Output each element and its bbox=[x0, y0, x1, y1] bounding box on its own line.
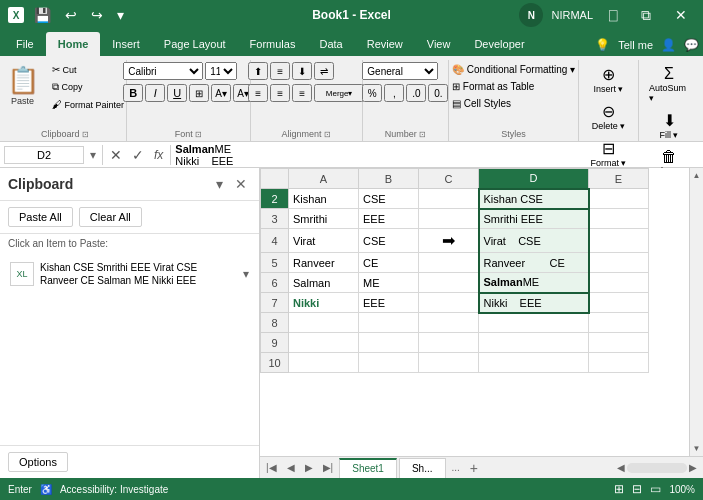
save-btn[interactable]: 💾 bbox=[30, 5, 55, 25]
copy-button[interactable]: ⧉ Copy bbox=[47, 79, 130, 95]
cell-a4[interactable]: Virat bbox=[289, 229, 359, 253]
function-btn[interactable]: fx bbox=[151, 148, 166, 162]
undo-btn[interactable]: ↩ bbox=[61, 5, 81, 25]
normal-view-btn[interactable]: ⊞ bbox=[614, 482, 624, 496]
clipboard-options-btn[interactable]: Options bbox=[8, 452, 68, 472]
cell-c9[interactable] bbox=[419, 333, 479, 353]
clipboard-label[interactable]: Clipboard ⊡ bbox=[41, 127, 89, 141]
underline-button[interactable]: U bbox=[167, 84, 187, 102]
format-cells-button[interactable]: ⊟ Format ▾ bbox=[584, 136, 634, 171]
cell-b2[interactable]: CSE bbox=[359, 189, 419, 209]
cell-b3[interactable]: EEE bbox=[359, 209, 419, 229]
tab-page-layout[interactable]: Page Layout bbox=[152, 32, 238, 56]
cell-c6[interactable] bbox=[419, 273, 479, 293]
cell-b9[interactable] bbox=[359, 333, 419, 353]
conditional-formatting-button[interactable]: 🎨 Conditional Formatting ▾ bbox=[447, 62, 580, 77]
cell-d3[interactable]: Smrithi EEE bbox=[479, 209, 589, 229]
alignment-label[interactable]: Alignment ⊡ bbox=[282, 127, 331, 141]
share-icon[interactable]: 👤 bbox=[661, 38, 676, 52]
decrease-decimal-button[interactable]: 0. bbox=[428, 84, 448, 102]
autosum-button[interactable]: Σ AutoSum ▾ bbox=[644, 62, 694, 106]
cell-c2[interactable] bbox=[419, 189, 479, 209]
cell-e4[interactable] bbox=[589, 229, 649, 253]
clipboard-close-btn[interactable]: ✕ bbox=[231, 174, 251, 194]
sheet-nav-last[interactable]: ▶| bbox=[319, 460, 338, 475]
cell-e10[interactable] bbox=[589, 353, 649, 373]
sheet-nav-next[interactable]: ▶ bbox=[301, 460, 317, 475]
alignment-launcher-icon[interactable]: ⊡ bbox=[324, 130, 331, 139]
comma-button[interactable]: , bbox=[384, 84, 404, 102]
cell-e2[interactable] bbox=[589, 189, 649, 209]
cell-e9[interactable] bbox=[589, 333, 649, 353]
cell-a5[interactable]: Ranveer bbox=[289, 253, 359, 273]
tab-review[interactable]: Review bbox=[355, 32, 415, 56]
cell-d8[interactable] bbox=[479, 313, 589, 333]
row-header-9[interactable]: 9 bbox=[261, 333, 289, 353]
cell-e8[interactable] bbox=[589, 313, 649, 333]
sheet-tab-more[interactable]: ... bbox=[448, 460, 464, 475]
align-left-button[interactable]: ≡ bbox=[248, 84, 268, 102]
cell-a7[interactable]: Nikki bbox=[289, 293, 359, 313]
row-header-3[interactable]: 3 bbox=[261, 209, 289, 229]
align-top-button[interactable]: ⬆ bbox=[248, 62, 268, 80]
h-scroll-right[interactable]: ▶ bbox=[689, 462, 697, 473]
clear-all-button[interactable]: Clear All bbox=[79, 207, 142, 227]
cell-b10[interactable] bbox=[359, 353, 419, 373]
cell-e3[interactable] bbox=[589, 209, 649, 229]
cell-b4[interactable]: CSE bbox=[359, 229, 419, 253]
format-painter-button[interactable]: 🖌 Format Painter bbox=[47, 97, 130, 112]
sheet-nav-prev[interactable]: ◀ bbox=[283, 460, 299, 475]
scroll-up-btn[interactable]: ▲ bbox=[690, 168, 703, 183]
cell-b7[interactable]: EEE bbox=[359, 293, 419, 313]
number-format-select[interactable]: General bbox=[362, 62, 438, 80]
clipboard-item-dropdown[interactable]: ▾ bbox=[243, 267, 249, 281]
cell-styles-button[interactable]: ▤ Cell Styles bbox=[447, 96, 516, 111]
align-middle-button[interactable]: ≡ bbox=[270, 62, 290, 80]
scroll-track[interactable] bbox=[690, 183, 703, 441]
cut-button[interactable]: ✂ Cut bbox=[47, 62, 130, 77]
vertical-scrollbar[interactable]: ▲ ▼ bbox=[689, 168, 703, 456]
row-header-4[interactable]: 4 bbox=[261, 229, 289, 253]
page-break-view-btn[interactable]: ▭ bbox=[650, 482, 661, 496]
close-btn[interactable]: ✕ bbox=[667, 5, 695, 25]
cell-d7[interactable]: Nikki EEE bbox=[479, 293, 589, 313]
border-button[interactable]: ⊞ bbox=[189, 84, 209, 102]
cell-a6[interactable]: Salman bbox=[289, 273, 359, 293]
add-sheet-btn[interactable]: + bbox=[466, 458, 482, 478]
format-as-table-button[interactable]: ⊞ Format as Table bbox=[447, 79, 540, 94]
tab-insert[interactable]: Insert bbox=[100, 32, 152, 56]
cancel-formula-btn[interactable]: ✕ bbox=[107, 147, 125, 163]
row-header-2[interactable]: 2 bbox=[261, 189, 289, 209]
align-bottom-button[interactable]: ⬇ bbox=[292, 62, 312, 80]
font-family-select[interactable]: Calibri bbox=[123, 62, 203, 80]
tell-me[interactable]: Tell me bbox=[618, 39, 653, 51]
col-header-c[interactable]: C bbox=[419, 169, 479, 189]
insert-cells-button[interactable]: ⊕ Insert ▾ bbox=[584, 62, 634, 97]
cell-e5[interactable] bbox=[589, 253, 649, 273]
confirm-formula-btn[interactable]: ✓ bbox=[129, 147, 147, 163]
minimize-btn[interactable]: ⎕ bbox=[601, 5, 625, 25]
cell-b8[interactable] bbox=[359, 313, 419, 333]
row-header-5[interactable]: 5 bbox=[261, 253, 289, 273]
delete-cells-button[interactable]: ⊖ Delete ▾ bbox=[584, 99, 634, 134]
h-scroll-track[interactable] bbox=[627, 463, 687, 473]
align-right-button[interactable]: ≡ bbox=[292, 84, 312, 102]
cell-e6[interactable] bbox=[589, 273, 649, 293]
sheet-tab-sheet1[interactable]: Sheet1 bbox=[339, 458, 397, 478]
cell-d2[interactable]: Kishan CSE bbox=[479, 189, 589, 209]
number-launcher-icon[interactable]: ⊡ bbox=[419, 130, 426, 139]
merge-center-button[interactable]: Merge▾ bbox=[314, 84, 364, 102]
sheet-nav-first[interactable]: |◀ bbox=[262, 460, 281, 475]
font-size-select[interactable]: 11 bbox=[205, 62, 237, 80]
row-header-6[interactable]: 6 bbox=[261, 273, 289, 293]
sheet-table[interactable]: A B C D E 2 Kishan CSE bbox=[260, 168, 689, 456]
tab-data[interactable]: Data bbox=[307, 32, 354, 56]
cell-d9[interactable] bbox=[479, 333, 589, 353]
increase-decimal-button[interactable]: .0 bbox=[406, 84, 426, 102]
cell-d10[interactable] bbox=[479, 353, 589, 373]
paste-button[interactable]: 📋 Paste bbox=[1, 62, 45, 109]
align-center-button[interactable]: ≡ bbox=[270, 84, 290, 102]
h-scroll-left[interactable]: ◀ bbox=[617, 462, 625, 473]
redo-btn[interactable]: ↪ bbox=[87, 5, 107, 25]
cell-d6[interactable]: SalmanME bbox=[479, 273, 589, 293]
